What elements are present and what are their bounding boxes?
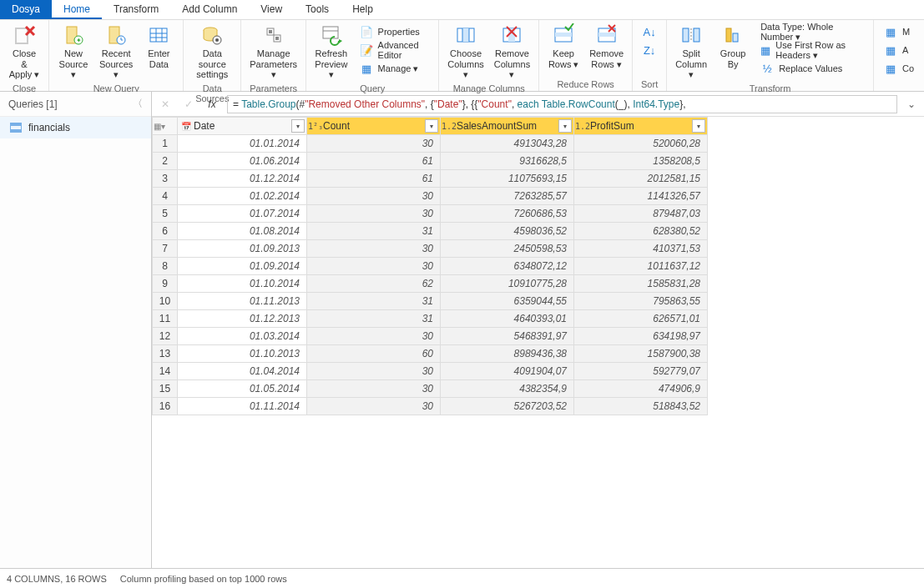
manage-parameters-button[interactable]: Manage Parameters ▾ (245, 22, 302, 82)
row-number[interactable]: 9 (153, 275, 178, 293)
cell-date[interactable]: 01.10.2013 (178, 345, 307, 363)
cell-date[interactable]: 01.04.2014 (178, 363, 307, 380)
close-apply-button[interactable]: Close & Apply ▾ (3, 22, 45, 82)
cell-count[interactable]: 30 (307, 398, 441, 415)
cell-date[interactable]: 01.08.2014 (178, 223, 307, 240)
cell-date[interactable]: 01.11.2013 (178, 293, 307, 310)
cell-date[interactable]: 01.09.2014 (178, 258, 307, 275)
query-item-financials[interactable]: financials (0, 117, 151, 138)
row-number[interactable]: 4 (153, 188, 178, 205)
menu-add-column[interactable]: Add Column (170, 0, 249, 19)
cell-sales[interactable]: 5267203,52 (441, 398, 574, 415)
cell-sales[interactable]: 6348072,12 (441, 258, 574, 275)
table-row[interactable]: 1301.10.2013608989436,381587900,38 (153, 345, 708, 363)
table-row[interactable]: 501.07.2014307260686,53879487,03 (153, 205, 708, 223)
row-number[interactable]: 12 (153, 328, 178, 345)
cell-sales[interactable]: 10910775,28 (441, 275, 574, 293)
cell-sales[interactable]: 4640393,01 (441, 310, 574, 328)
filter-button-count[interactable]: ▾ (425, 119, 438, 133)
cell-count[interactable]: 31 (307, 293, 441, 310)
manage-query-button[interactable]: ▦Manage ▾ (356, 60, 432, 77)
cell-profit[interactable]: 518843,52 (574, 398, 708, 415)
cell-profit[interactable]: 1358208,5 (574, 153, 708, 170)
menu-transform[interactable]: Transform (102, 0, 170, 19)
filter-button-profit[interactable]: ▾ (692, 119, 705, 133)
cell-count[interactable]: 62 (307, 275, 441, 293)
cell-profit[interactable]: 879487,03 (574, 205, 708, 223)
cell-count[interactable]: 30 (307, 188, 441, 205)
row-number[interactable]: 10 (153, 293, 178, 310)
cell-profit[interactable]: 634198,97 (574, 328, 708, 345)
cell-profit[interactable]: 626571,01 (574, 310, 708, 328)
row-number[interactable]: 13 (153, 345, 178, 363)
menu-home[interactable]: Home (52, 0, 102, 19)
row-number[interactable]: 7 (153, 240, 178, 258)
formula-expand-button[interactable]: ⌄ (904, 98, 919, 110)
cell-date[interactable]: 01.03.2014 (178, 328, 307, 345)
row-number[interactable]: 5 (153, 205, 178, 223)
formula-input[interactable]: = Table.Group(#"Removed Other Columns", … (227, 95, 897, 113)
menu-tools[interactable]: Tools (294, 0, 341, 19)
cell-date[interactable]: 01.10.2014 (178, 275, 307, 293)
cell-sales[interactable]: 8989436,38 (441, 345, 574, 363)
select-all-corner[interactable]: ▦▾ (153, 118, 178, 135)
table-row[interactable]: 1601.11.2014305267203,52518843,52 (153, 398, 708, 415)
cell-profit[interactable]: 1585831,28 (574, 275, 708, 293)
keep-rows-button[interactable]: Keep Rows ▾ (543, 22, 584, 71)
row-number[interactable]: 1 (153, 135, 178, 153)
row-number[interactable]: 8 (153, 258, 178, 275)
cell-profit[interactable]: 1011637,12 (574, 258, 708, 275)
data-grid[interactable]: ▦▾ 📅Date▾ 1²₃Count▾ 1.2SalesAmountSum▾ 1… (152, 117, 924, 568)
cell-count[interactable]: 61 (307, 153, 441, 170)
cell-count[interactable]: 30 (307, 380, 441, 398)
cell-sales[interactable]: 2450598,53 (441, 240, 574, 258)
data-source-settings-button[interactable]: Data source settings (187, 22, 237, 82)
group-by-button[interactable]: Group By (712, 22, 754, 71)
menu-view[interactable]: View (249, 0, 294, 19)
column-header-profit[interactable]: 1.2ProfitSum▾ (574, 118, 708, 135)
cell-sales[interactable]: 7260686,53 (441, 205, 574, 223)
overflow-2[interactable]: ▦A (881, 42, 917, 58)
table-row[interactable]: 901.10.20146210910775,281585831,28 (153, 275, 708, 293)
table-row[interactable]: 1201.03.2014305468391,97634198,97 (153, 328, 708, 345)
cell-profit[interactable]: 795863,55 (574, 293, 708, 310)
cell-count[interactable]: 30 (307, 328, 441, 345)
row-number[interactable]: 2 (153, 153, 178, 170)
cell-profit[interactable]: 410371,53 (574, 240, 708, 258)
table-row[interactable]: 101.01.2014304913043,28520060,28 (153, 135, 708, 153)
cell-date[interactable]: 01.06.2014 (178, 153, 307, 170)
cell-sales[interactable]: 9316628,5 (441, 153, 574, 170)
cell-count[interactable]: 30 (307, 240, 441, 258)
table-row[interactable]: 1501.05.2014304382354,9474906,9 (153, 380, 708, 398)
cell-count[interactable]: 30 (307, 258, 441, 275)
cell-sales[interactable]: 4913043,28 (441, 135, 574, 153)
column-header-date[interactable]: 📅Date▾ (178, 118, 307, 135)
first-row-headers-button[interactable]: ▦Use First Row as Headers ▾ (757, 42, 866, 58)
cell-count[interactable]: 31 (307, 310, 441, 328)
cell-date[interactable]: 01.02.2014 (178, 188, 307, 205)
row-number[interactable]: 3 (153, 170, 178, 188)
cell-profit[interactable]: 592779,07 (574, 363, 708, 380)
table-row[interactable]: 1001.11.2013316359044,55795863,55 (153, 293, 708, 310)
table-row[interactable]: 201.06.2014619316628,51358208,5 (153, 153, 708, 170)
choose-columns-button[interactable]: Choose Columns ▾ (442, 22, 488, 82)
cell-date[interactable]: 01.07.2014 (178, 205, 307, 223)
table-row[interactable]: 301.12.20146111075693,152012581,15 (153, 170, 708, 188)
cell-profit[interactable]: 628380,52 (574, 223, 708, 240)
cell-count[interactable]: 30 (307, 135, 441, 153)
menu-file[interactable]: Dosya (0, 0, 52, 19)
table-row[interactable]: 1101.12.2013314640393,01626571,01 (153, 310, 708, 328)
overflow-3[interactable]: ▦Co (881, 60, 917, 77)
cell-count[interactable]: 30 (307, 205, 441, 223)
cell-date[interactable]: 01.09.2013 (178, 240, 307, 258)
cell-date[interactable]: 01.05.2014 (178, 380, 307, 398)
cell-count[interactable]: 30 (307, 363, 441, 380)
sort-desc-button[interactable]: Z↓ (639, 42, 659, 58)
remove-columns-button[interactable]: Remove Columns ▾ (489, 22, 535, 82)
advanced-editor-button[interactable]: 📝Advanced Editor (356, 42, 432, 58)
cell-sales[interactable]: 6359044,55 (441, 293, 574, 310)
replace-values-button[interactable]: ½Replace Values (757, 60, 866, 77)
cell-date[interactable]: 01.01.2014 (178, 135, 307, 153)
cell-sales[interactable]: 5468391,97 (441, 328, 574, 345)
cell-count[interactable]: 60 (307, 345, 441, 363)
